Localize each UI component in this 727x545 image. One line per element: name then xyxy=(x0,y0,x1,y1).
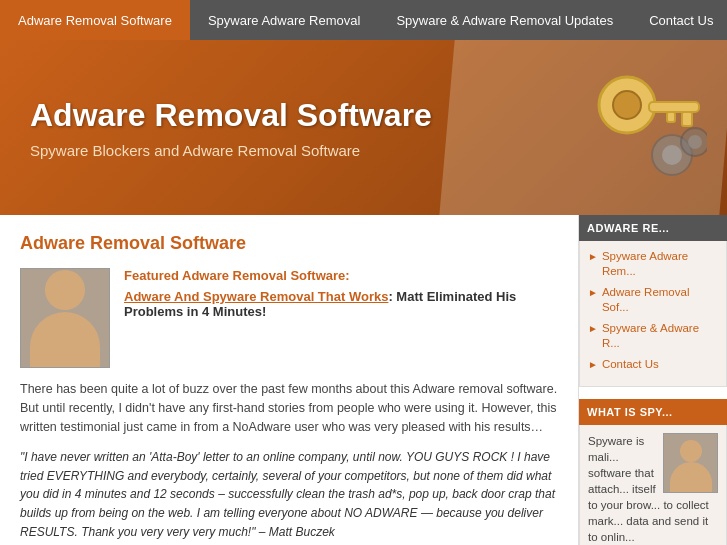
person-head xyxy=(45,270,85,310)
sidebar-link-text: Spyware & Adware R... xyxy=(602,321,718,351)
hero-text: Adware Removal Software Spyware Blockers… xyxy=(30,97,432,159)
sidebar-link[interactable]: ►Contact Us xyxy=(588,357,718,372)
sidebar-person-inner xyxy=(670,440,712,492)
nav-bar: Adware Removal SoftwareSpyware Adware Re… xyxy=(0,0,727,40)
hero-section: Adware Removal Software Spyware Blockers… xyxy=(0,40,727,215)
author-photo xyxy=(20,268,110,368)
svg-point-1 xyxy=(613,91,641,119)
sidebar-link-text: Contact Us xyxy=(602,357,659,372)
article-text-header: Featured Adware Removal Software: Adware… xyxy=(124,268,558,368)
person-body xyxy=(30,312,100,367)
main-content: Adware Removal Software Featured Adware … xyxy=(0,215,579,545)
main-heading: Adware Removal Software xyxy=(20,233,558,254)
sp-head xyxy=(680,440,702,462)
svg-point-6 xyxy=(662,145,682,165)
sidebar-box-spyware: WHAT IS SPY... Spyware is mali... softwa… xyxy=(579,399,727,545)
page-layout: Adware Removal Software Featured Adware … xyxy=(0,215,727,545)
sidebar-link[interactable]: ►Adware Removal Sof... xyxy=(588,285,718,315)
article-header: Featured Adware Removal Software: Adware… xyxy=(20,268,558,368)
sidebar-box1-header: ADWARE RE... xyxy=(579,215,727,241)
featured-label: Featured Adware Removal Software: xyxy=(124,268,558,283)
sidebar-box2-content: Spyware is mali... software that attach.… xyxy=(579,425,727,545)
hero-subtitle: Spyware Blockers and Adware Removal Soft… xyxy=(30,142,432,159)
key-icon xyxy=(587,60,707,180)
sidebar-arrow: ► xyxy=(588,358,598,371)
hero-title: Adware Removal Software xyxy=(30,97,432,134)
article-body: There has been quite a lot of buzz over … xyxy=(20,380,558,436)
sidebar-person-photo xyxy=(663,433,718,493)
sidebar-box-adware: ADWARE RE... ►Spyware Adware Rem...►Adwa… xyxy=(579,215,727,387)
svg-point-8 xyxy=(688,135,702,149)
testimonial: "I have never written an 'Atta-Boy' lett… xyxy=(20,448,558,541)
featured-label-text: Featured Adware Removal Software: xyxy=(124,268,350,283)
sidebar-link-text: Adware Removal Sof... xyxy=(602,285,718,315)
sidebar-box1-content: ►Spyware Adware Rem...►Adware Removal So… xyxy=(579,241,727,387)
article-title-line: Adware And Spyware Removal That Works: M… xyxy=(124,289,558,319)
svg-rect-4 xyxy=(667,112,675,122)
sidebar: ADWARE RE... ►Spyware Adware Rem...►Adwa… xyxy=(579,215,727,545)
sidebar-arrow: ► xyxy=(588,286,598,299)
sp-body xyxy=(670,462,712,492)
nav-item-contact[interactable]: Contact Us xyxy=(631,0,727,40)
sidebar-link[interactable]: ►Spyware Adware Rem... xyxy=(588,249,718,279)
sidebar-arrow: ► xyxy=(588,322,598,335)
sidebar-box2-header: WHAT IS SPY... xyxy=(579,399,727,425)
nav-item-adware[interactable]: Adware Removal Software xyxy=(0,0,190,40)
person-silhouette xyxy=(30,270,100,367)
nav-item-updates[interactable]: Spyware & Adware Removal Updates xyxy=(378,0,631,40)
nav-item-spyware[interactable]: Spyware Adware Removal xyxy=(190,0,378,40)
sidebar-arrow: ► xyxy=(588,250,598,263)
article-link[interactable]: Adware And Spyware Removal That Works xyxy=(124,289,388,304)
sidebar-link-text: Spyware Adware Rem... xyxy=(602,249,718,279)
sidebar-link[interactable]: ►Spyware & Adware R... xyxy=(588,321,718,351)
svg-rect-3 xyxy=(682,112,692,126)
svg-rect-2 xyxy=(649,102,699,112)
